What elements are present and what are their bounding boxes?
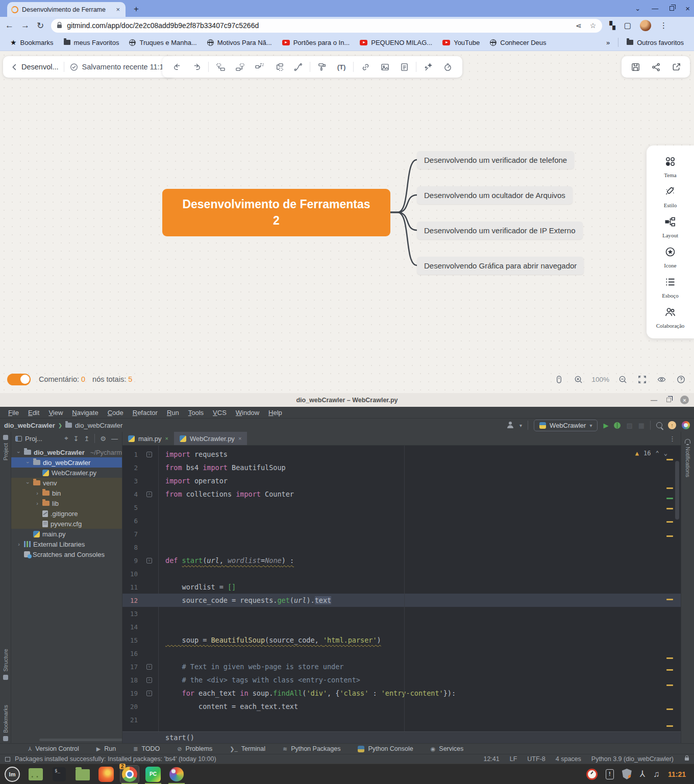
project-panel-title[interactable]: Proj... [15, 435, 42, 443]
search-everywhere-icon[interactable] [656, 422, 662, 428]
clipboard-icon[interactable]: ! [606, 769, 614, 779]
address-bar[interactable]: gitmind.com/app/doc/2e2c08add9b9e2f87b33… [51, 19, 602, 33]
fold-down-icon[interactable]: ˅ [146, 452, 152, 457]
mouse-mode-icon[interactable] [553, 373, 565, 385]
new-tab-button[interactable]: + [130, 3, 143, 16]
user-icon[interactable] [507, 422, 514, 429]
back-icon[interactable]: ← [5, 20, 14, 31]
code-line-3[interactable]: 3import operator [122, 474, 681, 487]
menu-vcs[interactable]: VCS [209, 408, 231, 418]
taskbar-mint-menu[interactable]: lm [3, 766, 21, 783]
locate-icon[interactable]: ⌖ [64, 434, 68, 443]
code-line-11[interactable]: 11 wordlist = [] [122, 580, 681, 594]
menu-tools[interactable]: Tools [184, 408, 208, 418]
bookmark-item[interactable]: meus Favoritos [60, 37, 123, 48]
toolwindow-todo[interactable]: ≣TODO [133, 745, 160, 752]
sidebar-item-estilo[interactable]: Estilo [664, 186, 677, 208]
network-icon[interactable]: ⅄ [640, 769, 645, 779]
comment-toggle[interactable] [7, 374, 31, 385]
open-in-new-icon[interactable] [668, 59, 684, 75]
taskbar-files[interactable] [73, 766, 92, 783]
fold-up-icon[interactable]: ˄ [146, 492, 152, 497]
stripe-mark-warning[interactable] [666, 521, 673, 523]
toolwindow-python-packages[interactable]: ≋Python Packages [283, 745, 341, 752]
code-line-18[interactable]: 18˄ # the <div> tags with class <entry-c… [122, 673, 681, 687]
mindmap-child-node[interactable]: Desenvolvendo um verificador de IP Exter… [417, 222, 583, 239]
toolwindow-problems[interactable]: ⊘Problems [177, 745, 212, 752]
insert-subtopic-icon[interactable] [213, 59, 228, 75]
close-button[interactable]: × [680, 396, 689, 404]
code-editor[interactable]: ▲ 16 ⌃ ⌄ 1˅import requests2from bs4 impo… [122, 446, 681, 743]
code-line-15[interactable]: 15 soup = BeautifulSoup(source_code, 'ht… [122, 633, 681, 647]
tool-stripe-bookmarks[interactable]: Bookmarks [0, 705, 11, 741]
tabs-kebab-icon[interactable]: ⋮ [664, 432, 681, 445]
bookmark-item[interactable]: ★Bookmarks [6, 37, 58, 48]
tree-item-bin[interactable]: ›bin [11, 488, 122, 498]
image-icon[interactable] [377, 59, 392, 75]
tree-item-main-py[interactable]: main.py [11, 529, 122, 539]
bookmark-item[interactable]: PEQUENO MILAG... [356, 37, 436, 48]
taskbar-chrome[interactable]: 2 [120, 766, 139, 783]
code-line-13[interactable]: 13 [122, 607, 681, 620]
expand-all-icon[interactable]: ↧ [73, 435, 79, 443]
sidebar-item-layout[interactable]: Layout [662, 216, 678, 238]
code-line-1[interactable]: 1˅import requests [122, 448, 681, 461]
tab-close-icon[interactable]: × [238, 435, 241, 442]
code-line-10[interactable]: 10 [122, 567, 681, 580]
screenshot-clock-icon[interactable] [586, 769, 598, 780]
stripe-mark-warning[interactable] [666, 599, 673, 600]
status-item[interactable]: 12:41 [483, 755, 499, 763]
help-icon[interactable] [675, 373, 687, 385]
stripe-mark-warning[interactable] [666, 669, 673, 671]
toolwindow-terminal[interactable]: ❯_Terminal [230, 745, 265, 752]
zoom-in-icon[interactable] [572, 373, 584, 385]
chrome-chevron-icon[interactable]: ⌄ [635, 5, 640, 12]
sidebar-item-colaboracao[interactable]: Colaboração [656, 306, 685, 329]
code-with-me-icon[interactable] [682, 421, 690, 429]
stripe-mark-warning[interactable] [666, 459, 673, 460]
tree-item-external-libraries[interactable]: ›External Libraries [11, 539, 122, 549]
status-item[interactable]: LF [510, 755, 517, 763]
stripe-mark-warning[interactable] [666, 508, 673, 509]
code-line-19[interactable]: 19˅ for each_text in soup.findAll('div',… [122, 687, 681, 700]
code-line-8[interactable]: 8 [122, 541, 681, 554]
bookmarks-overflow-button[interactable]: » [602, 39, 614, 46]
tree-item-dio-webcrawler[interactable]: ›dio_webCrawler~/Pycharm [11, 447, 122, 457]
tool-stripe-project[interactable]: Project [0, 435, 11, 460]
code-line-5[interactable]: 5 [122, 501, 681, 514]
browser-tab[interactable]: Desenvolvimento de Ferrame × [7, 2, 126, 17]
editor-tab-main-py[interactable]: main.py× [122, 432, 174, 445]
tree-item-lib[interactable]: ›lib [11, 498, 122, 508]
stripe-mark-warning[interactable] [666, 487, 673, 489]
menu-refactor[interactable]: Refactor [129, 408, 162, 418]
tree-item--gitignore[interactable]: .gitignore [11, 508, 122, 519]
tab-close-icon[interactable]: × [114, 6, 121, 13]
tree-chevron-icon[interactable]: › [35, 490, 40, 496]
stripe-mark-warning[interactable] [666, 684, 673, 686]
url-text[interactable]: gitmind.com/app/doc/2e2c08add9b9e2f87b33… [67, 21, 571, 30]
menu-run[interactable]: Run [163, 408, 183, 418]
mindmap-root-node[interactable]: Desenvolvimento de Ferramentas 2 [162, 189, 390, 236]
code-line-16[interactable]: 16 [122, 647, 681, 660]
forward-icon[interactable]: → [21, 20, 30, 31]
shield-icon[interactable] [622, 769, 632, 779]
sidebar-item-esboco[interactable]: Esboço [662, 276, 678, 299]
status-item[interactable]: 4 spaces [556, 755, 581, 763]
settings-gear-icon[interactable]: ⚙ [100, 435, 106, 443]
focus-mode-icon[interactable] [440, 59, 455, 75]
tree-chevron-icon[interactable]: › [16, 541, 21, 547]
tree-item-venv[interactable]: ›venv [11, 478, 122, 488]
toolwindow-run[interactable]: ▶Run [96, 745, 116, 752]
bookmark-item[interactable]: Truques e Manha... [125, 37, 201, 48]
tree-item-dio-webcrawler[interactable]: ›dio_webCrawler [11, 457, 122, 468]
tree-chevron-icon[interactable]: › [35, 500, 40, 506]
toolwindow-version-control[interactable]: YVersion Control [28, 745, 79, 752]
stripe-mark-warning[interactable] [666, 725, 673, 727]
restore-button[interactable] [666, 398, 671, 402]
hide-panel-icon[interactable]: — [111, 435, 118, 443]
close-button[interactable]: × [685, 4, 690, 13]
fold-down-icon[interactable]: ˅ [146, 691, 152, 696]
code-line-9[interactable]: 9˅def start(url, wordlist=None) : [122, 554, 681, 567]
menu-code[interactable]: Code [104, 408, 128, 418]
coverage-button[interactable]: ▨ [626, 422, 632, 429]
